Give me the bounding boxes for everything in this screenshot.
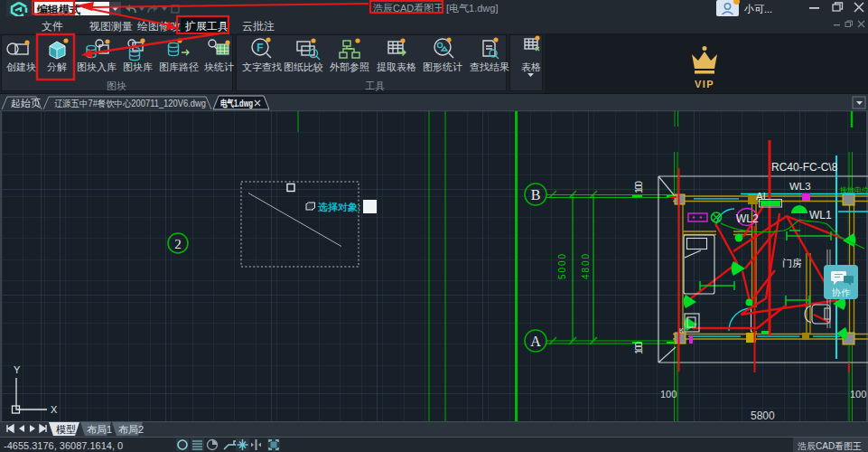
svg-text:WL3: WL3: [789, 181, 811, 192]
svg-text:接地电位: 接地电位: [840, 186, 868, 194]
svg-text:选择对象:: 选择对象:: [317, 202, 361, 212]
svg-text:K: K: [679, 327, 684, 334]
svg-text:RC40-FC-C\8: RC40-FC-C\8: [771, 161, 838, 174]
svg-text:布局2: 布局2: [118, 424, 144, 435]
svg-text:5000: 5000: [557, 254, 567, 279]
svg-text:B: B: [531, 187, 541, 202]
svg-text:100: 100: [633, 342, 644, 354]
svg-text:WL1: WL1: [809, 209, 832, 221]
svg-text:5800: 5800: [751, 410, 775, 421]
svg-text:Y: Y: [14, 364, 21, 375]
svg-text:2: 2: [174, 237, 182, 251]
svg-text:AL: AL: [756, 191, 770, 202]
svg-text:模型: 模型: [56, 424, 76, 435]
svg-text:4800: 4800: [581, 254, 591, 279]
svg-text:协作: 协作: [831, 287, 851, 297]
svg-text:100: 100: [633, 181, 644, 193]
svg-text:100: 100: [660, 389, 677, 400]
svg-text:100: 100: [850, 389, 866, 400]
svg-text:X: X: [51, 404, 58, 415]
svg-text:门房: 门房: [782, 258, 802, 268]
svg-text:A: A: [530, 334, 541, 349]
svg-text:布局1: 布局1: [87, 424, 112, 435]
svg-text:辽源五中7#餐饮中心200711_120V6.dwg: 辽源五中7#餐饮中心200711_120V6.dwg: [54, 99, 206, 108]
svg-text:WL2: WL2: [736, 212, 759, 225]
